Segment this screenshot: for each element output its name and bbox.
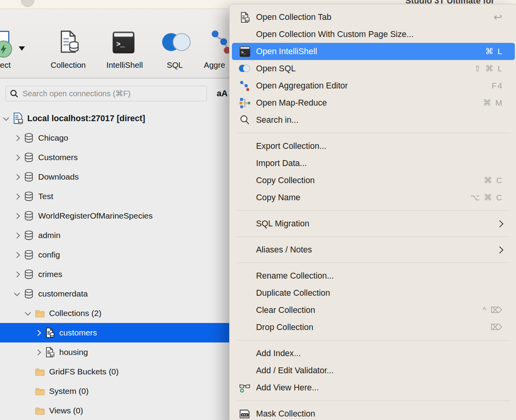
collection-button-label[interactable]: Collection [51, 60, 86, 70]
chevron-right-icon[interactable] [12, 214, 22, 218]
menu-item-copy-collection[interactable]: Copy Collection ⌘ C [230, 172, 516, 189]
search-input[interactable]: Search open connections (⌘F) [5, 86, 207, 101]
intellishell-icon[interactable]: >_ [113, 32, 134, 53]
tree-item-label: System (0) [49, 386, 89, 396]
tree-item-label: Local localhost:27017 [direct] [27, 114, 145, 124]
database-icon [23, 132, 35, 144]
sql-button-label[interactable]: SQL [167, 60, 183, 70]
shortcut: ⌘ M [483, 98, 503, 108]
menu-separator [237, 210, 510, 211]
shortcut: ⌦ [491, 323, 503, 332]
tree-item-label: config [38, 250, 60, 259]
chevron-right-icon[interactable] [12, 136, 22, 140]
search-placeholder: Search open connections (⌘F) [23, 89, 131, 98]
menu-item-drop-collection[interactable]: Drop Collection ⌦ [230, 319, 516, 336]
sql-icon[interactable] [162, 33, 193, 51]
menu-item-open-aggregation-editor[interactable]: Open Aggregation Editor F4 [230, 77, 516, 94]
chevron-right-icon[interactable] [12, 155, 22, 160]
connect-dropdown-caret[interactable] [19, 46, 25, 51]
collection-context-menu: Open Collection Tab ↩ Open Collection Wi… [229, 4, 516, 420]
menu-separator [237, 133, 510, 133]
collection-tab-icon [239, 11, 251, 23]
tree-item-label: housing [59, 348, 88, 357]
chevron-right-icon[interactable] [12, 272, 22, 277]
menu-item-add-view-here[interactable]: Add View Here... [230, 379, 516, 396]
chevron-down-icon[interactable] [23, 312, 33, 315]
chevron-down-icon[interactable] [12, 293, 22, 295]
menu-item-copy-name[interactable]: Copy Name ⌥ ⌘ C [230, 189, 516, 206]
database-icon [23, 151, 35, 164]
shortcut: ⌘ C [484, 176, 504, 185]
database-icon [23, 229, 35, 242]
chevron-right-icon[interactable] [12, 233, 22, 238]
collection-icon [44, 326, 56, 339]
menu-item-import-data[interactable]: Import Data... [230, 155, 516, 172]
tree-item-label: customers [59, 328, 97, 337]
database-icon [23, 190, 35, 203]
menu-separator [237, 340, 510, 341]
menu-item-open-map-reduce[interactable]: Open Map-Reduce ⌘ M [230, 94, 516, 111]
menu-item-rename-collection[interactable]: Rename Collection... [230, 267, 516, 284]
menu-item-open-sql[interactable]: Open SQL ⇧ ⌘ L [230, 60, 516, 77]
menu-item-open-intellishell[interactable]: >_ Open IntelliShell ⌘ L [232, 43, 515, 60]
shortcut: ⇧ ⌘ L [474, 64, 503, 73]
database-icon [23, 171, 35, 183]
menu-item-aliases-notes[interactable]: Aliases / Notes [230, 241, 516, 258]
chevron-right-icon[interactable] [12, 253, 22, 257]
tree-item-label: Collections (2) [49, 309, 101, 318]
collection-icon [44, 346, 56, 358]
menu-separator [237, 236, 510, 237]
chevron-right-icon[interactable] [12, 194, 22, 199]
submenu-chevron-icon [496, 220, 503, 227]
mask-collection-icon [239, 408, 251, 420]
database-icon [23, 288, 35, 300]
intellishell-icon: >_ [239, 46, 251, 57]
add-view-icon [239, 382, 251, 394]
folder-icon [34, 385, 46, 397]
menu-separator [237, 401, 510, 401]
folder-icon [34, 307, 46, 319]
database-icon [23, 210, 35, 222]
menu-item-duplicate-collection[interactable]: Duplicate Collection [230, 284, 516, 302]
folder-icon [34, 365, 46, 378]
match-case-toggle[interactable]: aA [217, 88, 228, 99]
search-icon [239, 114, 251, 126]
chevron-right-icon[interactable] [33, 350, 43, 355]
server-icon [12, 112, 24, 125]
submenu-chevron-icon [496, 246, 503, 253]
menu-item-clear-collection[interactable]: Clear Collection ^ ⌦ [230, 302, 516, 319]
chevron-right-icon[interactable] [12, 175, 22, 179]
menu-item-mask-collection[interactable]: Mask Collection [230, 405, 516, 420]
menu-item-export-collection[interactable]: Export Collection... [230, 138, 516, 155]
aggregate-button-label[interactable]: Aggre [204, 60, 225, 70]
menu-item-sql-migration[interactable]: SQL Migration [230, 215, 516, 232]
shortcut: F4 [491, 81, 503, 90]
tree-item-label: crimes [38, 270, 62, 279]
menu-item-open-collection-custom-page-size[interactable]: Open Collection With Custom Page Size... [230, 26, 516, 43]
tree-item-label: GridFS Buckets (0) [49, 367, 119, 376]
sql-icon [239, 63, 251, 74]
map-reduce-icon [239, 97, 251, 109]
shortcut: ^ ⌦ [482, 305, 503, 315]
shortcut: ⌥ ⌘ C [470, 193, 503, 202]
connect-icon[interactable] [0, 40, 12, 60]
tree-item-label: admin [38, 231, 60, 240]
database-icon [23, 268, 35, 281]
tree-item-label: Chicago [38, 133, 68, 143]
menu-item-add-edit-validator[interactable]: Add / Edit Validator... [230, 362, 516, 379]
chevron-down-icon[interactable] [1, 117, 11, 120]
collection-icon[interactable] [57, 29, 81, 56]
shortcut-return: ↩ [494, 11, 503, 23]
database-icon [23, 249, 35, 261]
window-control-button[interactable] [21, 0, 34, 7]
tree-item-label: Downloads [38, 172, 79, 182]
chevron-right-icon[interactable] [33, 331, 43, 335]
search-icon [10, 89, 19, 98]
tree-item-label: WorldRegisterOfMarineSpecies [38, 211, 153, 221]
tree-item-label: customerdata [38, 289, 88, 298]
menu-item-add-index[interactable]: Add Index... [230, 345, 516, 362]
connect-button-label[interactable]: ect [0, 60, 11, 70]
intellishell-button-label[interactable]: IntelliShell [106, 60, 143, 70]
menu-item-open-collection-tab[interactable]: Open Collection Tab ↩ [230, 9, 516, 26]
menu-item-search-in[interactable]: Search in... [230, 111, 516, 129]
